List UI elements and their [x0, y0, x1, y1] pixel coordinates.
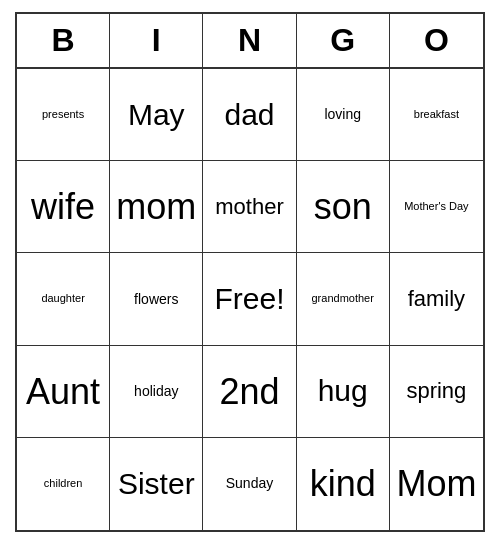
header-letter: I	[110, 14, 203, 67]
bingo-cell[interactable]: son	[297, 161, 390, 253]
cell-text: mother	[215, 194, 283, 220]
cell-text: 2nd	[219, 370, 279, 413]
bingo-cell[interactable]: presents	[17, 69, 110, 161]
cell-text: Mother's Day	[404, 200, 468, 213]
bingo-cell[interactable]: holiday	[110, 346, 203, 438]
bingo-card: BINGO presentsMaydadlovingbreakfastwifem…	[15, 12, 485, 532]
header-letter: B	[17, 14, 110, 67]
cell-text: children	[44, 477, 83, 490]
cell-text: grandmother	[312, 292, 374, 305]
bingo-cell[interactable]: May	[110, 69, 203, 161]
bingo-cell[interactable]: kind	[297, 438, 390, 530]
bingo-header: BINGO	[17, 14, 483, 69]
bingo-cell[interactable]: daughter	[17, 253, 110, 345]
bingo-cell[interactable]: spring	[390, 346, 483, 438]
bingo-cell[interactable]: family	[390, 253, 483, 345]
bingo-cell[interactable]: children	[17, 438, 110, 530]
cell-text: kind	[310, 462, 376, 505]
bingo-cell[interactable]: loving	[297, 69, 390, 161]
cell-text: hug	[318, 373, 368, 409]
bingo-cell[interactable]: breakfast	[390, 69, 483, 161]
cell-text: Sister	[118, 466, 195, 502]
bingo-cell[interactable]: mother	[203, 161, 296, 253]
bingo-cell[interactable]: 2nd	[203, 346, 296, 438]
cell-text: breakfast	[414, 108, 459, 121]
bingo-cell[interactable]: Mom	[390, 438, 483, 530]
bingo-cell[interactable]: hug	[297, 346, 390, 438]
bingo-cell[interactable]: flowers	[110, 253, 203, 345]
bingo-grid: presentsMaydadlovingbreakfastwifemommoth…	[17, 69, 483, 530]
bingo-cell[interactable]: mom	[110, 161, 203, 253]
cell-text: presents	[42, 108, 84, 121]
bingo-cell[interactable]: Sunday	[203, 438, 296, 530]
bingo-cell[interactable]: Aunt	[17, 346, 110, 438]
bingo-cell[interactable]: Sister	[110, 438, 203, 530]
cell-text: daughter	[41, 292, 84, 305]
cell-text: Sunday	[226, 475, 273, 492]
cell-text: family	[408, 286, 465, 312]
header-letter: O	[390, 14, 483, 67]
header-letter: G	[297, 14, 390, 67]
cell-text: holiday	[134, 383, 178, 400]
cell-text: Free!	[214, 281, 284, 317]
cell-text: May	[128, 97, 185, 133]
cell-text: flowers	[134, 291, 178, 308]
header-letter: N	[203, 14, 296, 67]
cell-text: son	[314, 185, 372, 228]
cell-text: mom	[116, 185, 196, 228]
bingo-cell[interactable]: dad	[203, 69, 296, 161]
cell-text: loving	[324, 106, 361, 123]
cell-text: spring	[406, 378, 466, 404]
bingo-cell[interactable]: Mother's Day	[390, 161, 483, 253]
bingo-cell[interactable]: wife	[17, 161, 110, 253]
bingo-cell[interactable]: grandmother	[297, 253, 390, 345]
cell-text: wife	[31, 185, 95, 228]
cell-text: Aunt	[26, 370, 100, 413]
cell-text: dad	[224, 97, 274, 133]
cell-text: Mom	[396, 462, 476, 505]
bingo-cell[interactable]: Free!	[203, 253, 296, 345]
